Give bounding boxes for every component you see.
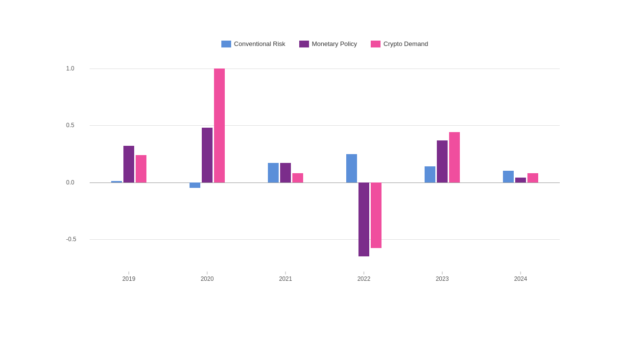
bars-container — [90, 57, 560, 268]
x-tick: 2023 — [403, 272, 481, 282]
x-tick-mark — [364, 272, 364, 274]
bar-monetary — [123, 146, 134, 182]
y-tick-label: 0.5 — [66, 122, 74, 129]
bar-crypto — [527, 173, 538, 182]
x-tick-mark — [207, 272, 208, 274]
x-tick-mark — [442, 272, 443, 274]
bar-crypto — [371, 182, 382, 249]
bar-conventional — [111, 181, 122, 182]
legend-color — [371, 41, 381, 47]
x-tick-label: 2021 — [279, 275, 292, 282]
bar-crypto — [136, 155, 146, 182]
legend-label: Crypto Demand — [383, 40, 428, 47]
x-tick: 2021 — [246, 272, 325, 282]
bar-crypto — [214, 68, 225, 182]
legend-item: Conventional Risk — [221, 40, 286, 47]
x-tick-mark — [129, 272, 129, 274]
bar-conventional — [425, 166, 435, 182]
bar-monetary — [437, 140, 448, 182]
bar-monetary — [280, 163, 291, 182]
year-group — [246, 57, 325, 268]
x-tick-mark — [521, 272, 521, 274]
legend-label: Monetary Policy — [312, 40, 357, 47]
y-tick-label: 1.0 — [66, 65, 74, 72]
legend-color — [221, 41, 231, 47]
bar-conventional — [268, 163, 279, 182]
x-tick: 2022 — [325, 272, 403, 282]
bar-conventional — [346, 154, 357, 182]
x-tick-mark — [286, 272, 286, 274]
x-tick: 2024 — [481, 272, 560, 282]
year-group — [90, 57, 168, 268]
bar-monetary — [358, 182, 369, 256]
year-group — [168, 57, 246, 268]
bar-conventional — [503, 171, 514, 182]
year-group — [481, 57, 560, 268]
year-group — [403, 57, 481, 268]
x-tick: 2019 — [90, 272, 168, 282]
y-tick-label: -0.5 — [66, 236, 76, 243]
x-tick-label: 2023 — [436, 275, 449, 282]
legend-label: Conventional Risk — [234, 40, 286, 47]
bar-crypto — [292, 173, 303, 182]
x-axis: 201920202021202220232024 — [90, 272, 560, 282]
x-tick-label: 2020 — [201, 275, 214, 282]
year-group — [325, 57, 403, 268]
x-tick-label: 2024 — [514, 275, 527, 282]
legend-item: Crypto Demand — [371, 40, 428, 47]
legend: Conventional RiskMonetary PolicyCrypto D… — [90, 40, 560, 47]
x-tick: 2020 — [168, 272, 246, 282]
legend-color — [299, 41, 309, 47]
x-tick-label: 2019 — [122, 275, 136, 282]
bar-monetary — [202, 128, 213, 182]
chart-container: Conventional RiskMonetary PolicyCrypto D… — [41, 16, 579, 348]
chart-area: 1.00.50.0-0.5 — [90, 57, 560, 268]
y-tick-label: 0.0 — [66, 179, 74, 186]
bar-conventional — [190, 182, 200, 188]
bar-crypto — [449, 132, 460, 182]
legend-item: Monetary Policy — [299, 40, 357, 47]
bar-monetary — [515, 178, 526, 182]
x-tick-label: 2022 — [358, 275, 371, 282]
